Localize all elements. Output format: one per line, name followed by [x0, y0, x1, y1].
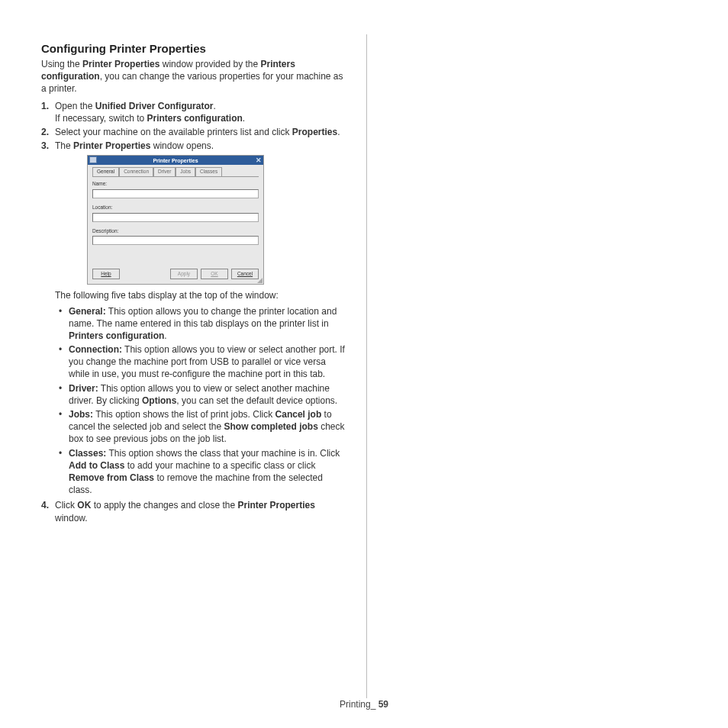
text: .	[337, 127, 340, 137]
close-icon[interactable]: ✕	[256, 156, 262, 165]
text-bold: Printer Properties	[73, 140, 150, 151]
dialog-form: Name: Location: Description:	[92, 176, 259, 264]
text-bold: Connection:	[69, 344, 122, 355]
text: Click	[55, 500, 77, 511]
text-bold: OK	[77, 500, 91, 511]
text: to apply the changes and close the	[91, 500, 237, 511]
resize-grip-icon[interactable]	[257, 278, 263, 283]
text-bold: Properties	[292, 127, 337, 137]
text: .	[243, 113, 245, 124]
text: This option allows you to change the pri…	[69, 306, 337, 329]
step-number: 4.	[41, 499, 55, 523]
window-icon	[89, 156, 97, 163]
text: The	[55, 140, 73, 151]
text-bold: Printers configuration	[69, 330, 164, 341]
intro-paragraph: Using the Printer Properties window prov…	[41, 58, 345, 95]
text: If necessary, switch to	[55, 113, 147, 124]
text-bold: Add to Class	[69, 460, 124, 471]
text: This option shows the list of print jobs…	[93, 409, 275, 420]
text: , you can set the default device options…	[176, 395, 337, 406]
text-bold: Printers configuration	[147, 113, 243, 124]
footer-label: Printing_	[340, 699, 375, 710]
dialog-title: Printer Properties	[153, 157, 198, 164]
bullet-classes: Classes: This option shows the class tha…	[55, 447, 345, 497]
step-1: 1. Open the Unified Driver Configurator.…	[41, 100, 345, 124]
tab-classes[interactable]: Classes	[195, 167, 222, 176]
tab-driver[interactable]: Driver	[153, 167, 176, 176]
tabs-intro: The following five tabs display at the t…	[55, 290, 279, 301]
text-bold: Printer Properties	[82, 59, 159, 69]
text: window opens.	[150, 140, 214, 151]
step-number: 2.	[41, 126, 55, 138]
page-footer: Printing_ 59	[0, 699, 728, 710]
text: window.	[55, 513, 88, 523]
dialog-tabs: General Connection Driver Jobs Classes	[88, 165, 263, 176]
text: Select your machine on the available pri…	[55, 127, 292, 137]
column-divider	[366, 34, 367, 698]
apply-button[interactable]: Apply	[170, 269, 198, 279]
text-bold: Unified Driver Configurator	[95, 101, 214, 111]
text: Open the	[55, 101, 95, 111]
name-input[interactable]	[92, 189, 259, 198]
step-2: 2. Select your machine on the available …	[41, 126, 345, 138]
description-input[interactable]	[92, 236, 259, 245]
cancel-button[interactable]: Cancel	[231, 269, 259, 279]
tab-connection[interactable]: Connection	[119, 167, 153, 176]
dialog-button-row: Help Apply OK Cancel	[88, 264, 263, 284]
text-bold: General:	[69, 306, 106, 317]
tab-jobs[interactable]: Jobs	[176, 167, 195, 176]
label-location: Location:	[92, 205, 259, 211]
step-4: 4. Click OK to apply the changes and clo…	[41, 499, 345, 523]
step-number: 3.	[41, 140, 55, 498]
page-heading: Configuring Printer Properties	[41, 42, 345, 55]
text-bold: Driver:	[69, 383, 98, 394]
printer-properties-dialog: Printer Properties ✕ General Connection …	[87, 155, 264, 285]
text: .	[213, 101, 215, 111]
label-name: Name:	[92, 181, 259, 188]
help-button[interactable]: Help	[92, 269, 120, 279]
location-input[interactable]	[92, 213, 259, 222]
step-3: 3. The Printer Properties window opens. …	[41, 140, 345, 498]
text-bold: Show completed jobs	[224, 421, 317, 432]
text-bold: Remove from Class	[69, 472, 154, 483]
text-bold: Cancel job	[275, 409, 322, 420]
bullet-jobs: Jobs: This option shows the list of prin…	[55, 408, 345, 446]
page-number: 59	[375, 699, 388, 710]
step-number: 1.	[41, 100, 55, 124]
text-bold: Jobs:	[69, 409, 93, 420]
text: to add your machine to a specific class …	[124, 460, 315, 471]
text-bold: Options	[142, 395, 176, 406]
ok-button[interactable]: OK	[201, 269, 228, 279]
text: Using the	[41, 59, 82, 69]
text: This option shows the class that your ma…	[106, 448, 340, 459]
tab-general[interactable]: General	[92, 167, 119, 176]
bullet-connection: Connection: This option allows you to vi…	[55, 343, 345, 381]
text-bold: Classes:	[69, 448, 106, 459]
text-bold: Printer Properties	[237, 500, 314, 511]
text: .	[164, 330, 166, 341]
label-description: Description:	[92, 228, 259, 235]
text: window provided by the	[159, 59, 260, 69]
bullet-driver: Driver: This option allows you to view o…	[55, 382, 345, 407]
dialog-titlebar[interactable]: Printer Properties ✕	[88, 156, 263, 165]
bullet-general: General: This option allows you to chang…	[55, 305, 345, 343]
